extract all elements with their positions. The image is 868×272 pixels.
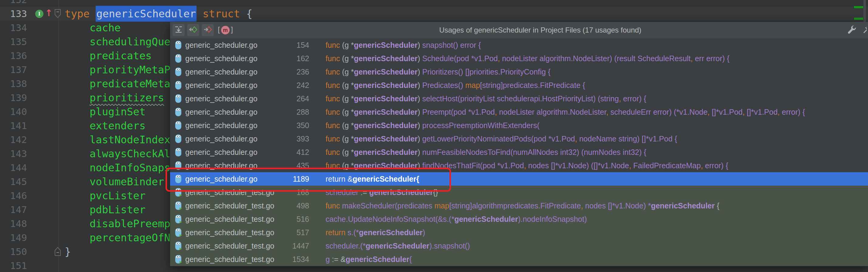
- implemented-icon[interactable]: I: [35, 10, 43, 18]
- pin-icon[interactable]: [863, 25, 867, 35]
- usage-row[interactable]: generic_scheduler_test.go498func makeSch…: [170, 199, 868, 212]
- usage-row[interactable]: generic_scheduler_test.go168scheduler :=…: [170, 186, 868, 199]
- code-token: genericScheduler{: [352, 174, 420, 183]
- code-token: {: [409, 255, 412, 264]
- code-token: (g *: [340, 161, 354, 170]
- code-token: pdbLister: [65, 203, 146, 216]
- line-number[interactable]: 138: [10, 77, 27, 91]
- code-token: ): [417, 41, 422, 49]
- line-number[interactable]: 146: [10, 189, 27, 202]
- line-number[interactable]: 133: [10, 7, 27, 21]
- line-number[interactable]: 145: [10, 174, 27, 189]
- code-token: ): [417, 134, 422, 143]
- code-token: genericScheduler: [354, 94, 417, 103]
- code-token: ): [417, 121, 422, 130]
- usage-code-preview: return &genericScheduler{: [326, 174, 419, 184]
- write-access-toggle-button[interactable]: [202, 24, 214, 36]
- go-gopher-icon: [175, 174, 183, 184]
- merge-usages-icon: [: [218, 24, 220, 36]
- code-line-text: prioritizers: [65, 91, 164, 105]
- line-number[interactable]: 132: [10, 0, 27, 7]
- editor-gutter: 135: [0, 35, 59, 49]
- usage-row[interactable]: generic_scheduler.go154func (g *genericS…: [170, 38, 868, 52]
- line-number[interactable]: 150: [10, 245, 27, 259]
- usage-row[interactable]: generic_scheduler.go435func (g *genericS…: [170, 159, 868, 172]
- usage-code-preview: func (g *genericScheduler) processPreemp…: [326, 121, 540, 130]
- usages-popup-title: Usages of genericScheduler in Project Fi…: [234, 26, 847, 34]
- wrench-icon[interactable]: [847, 24, 857, 36]
- editor-scrollbar[interactable]: [863, 0, 866, 22]
- usage-code-preview: func (g *genericScheduler) numFeasibleNo…: [326, 148, 646, 157]
- line-number[interactable]: 134: [10, 21, 27, 35]
- line-number[interactable]: 140: [10, 105, 27, 119]
- code-token: {}: [433, 188, 438, 196]
- go-gopher-test-icon: [175, 201, 183, 211]
- usage-code-preview: scheduler := genericScheduler{}: [326, 188, 438, 197]
- go-gopher-test-icon: [175, 254, 183, 264]
- open-in-find-window-button[interactable]: [173, 24, 185, 36]
- editor-gutter: 151: [0, 259, 59, 272]
- usage-row[interactable]: generic_scheduler.go264func (g *genericS…: [170, 92, 868, 105]
- code-token: genericScheduler: [354, 54, 417, 63]
- code-token: {: [240, 8, 252, 20]
- usage-row[interactable]: generic_scheduler_test.go516cache.Update…: [170, 212, 868, 226]
- stripe-mark-green[interactable]: [854, 6, 863, 8]
- code-token: ): [417, 81, 422, 89]
- stripe-mark-green[interactable]: [854, 18, 863, 20]
- code-token: func: [326, 54, 340, 63]
- line-number[interactable]: 136: [10, 49, 27, 63]
- usage-row[interactable]: generic_scheduler.go412func (g *genericS…: [170, 145, 868, 159]
- fold-region-icon[interactable]: [54, 247, 61, 257]
- editor-gutter: 140: [0, 105, 59, 119]
- usage-row[interactable]: generic_scheduler.go393func (g *genericS…: [170, 132, 868, 145]
- usage-code-preview: scheduler.(*genericScheduler).snapshot(): [326, 242, 470, 250]
- line-number[interactable]: 139: [10, 91, 27, 105]
- line-number[interactable]: 148: [10, 217, 27, 230]
- usage-row[interactable]: generic_scheduler.go288func (g *genericS…: [170, 105, 868, 119]
- line-number[interactable]: 143: [10, 147, 27, 161]
- code-token: nodeLister algorithm.NodeLister) (result…: [500, 54, 691, 63]
- code-token: pluginSet: [65, 106, 146, 118]
- usage-line-number: 154: [289, 41, 309, 50]
- code-token: FailedPredicateMap: [631, 161, 701, 170]
- code-token: prioritizers: [90, 91, 164, 104]
- code-token: Schedule(pod *v1.Pod: [422, 54, 498, 63]
- read-access-toggle-button[interactable]: [187, 24, 199, 36]
- merge-usages-button[interactable]: [m]: [217, 24, 234, 36]
- code-token: ): [417, 94, 422, 103]
- line-number[interactable]: 135: [10, 35, 27, 49]
- usage-row[interactable]: generic_scheduler.go350func (g *genericS…: [170, 119, 868, 132]
- editor-gutter: 145: [0, 174, 59, 189]
- usage-row[interactable]: generic_scheduler_test.go1447scheduler.(…: [170, 239, 868, 252]
- usage-row[interactable]: generic_scheduler_test.go517return s.(*g…: [170, 226, 868, 239]
- line-number[interactable]: 144: [10, 161, 27, 174]
- line-number[interactable]: 137: [10, 63, 27, 77]
- usage-row[interactable]: generic_scheduler.go1189return &genericS…: [170, 172, 868, 186]
- line-number[interactable]: 141: [10, 119, 27, 133]
- line-number[interactable]: 142: [10, 133, 27, 147]
- usage-row[interactable]: generic_scheduler_test.go1534g := &gener…: [170, 252, 868, 266]
- line-number[interactable]: 151: [10, 259, 27, 272]
- fold-region-icon[interactable]: [54, 9, 61, 20]
- go-gopher-icon: [175, 134, 183, 144]
- usage-row[interactable]: generic_scheduler.go162func (g *genericS…: [170, 52, 868, 65]
- code-token: func: [326, 67, 340, 76]
- usage-file-name: generic_scheduler_test.go: [185, 188, 289, 197]
- code-token: ): [417, 161, 422, 170]
- editor-line[interactable]: 133I↑type genericScheduler struct {: [0, 7, 868, 21]
- usage-row[interactable]: generic_scheduler.go242func (g *genericS…: [170, 79, 868, 92]
- code-token: genericScheduler: [354, 41, 417, 49]
- code-token: genericScheduler: [369, 188, 433, 196]
- code-token: (g *: [340, 81, 354, 89]
- usage-row[interactable]: generic_scheduler.go236func (g *genericS…: [170, 65, 868, 79]
- code-token: genericScheduler: [354, 81, 417, 89]
- usage-line-number: 1189: [289, 174, 309, 184]
- navigate-up-icon[interactable]: ↑: [45, 8, 53, 18]
- editor-gutter: 149: [0, 230, 59, 245]
- usage-code-preview: func (g *genericScheduler) Prioritizers(…: [326, 67, 551, 76]
- line-number[interactable]: 147: [10, 202, 27, 217]
- usage-line-number: 162: [289, 54, 309, 63]
- code-token: genericScheduler: [651, 201, 715, 210]
- line-number[interactable]: 149: [10, 230, 27, 245]
- code-token: type: [65, 8, 96, 20]
